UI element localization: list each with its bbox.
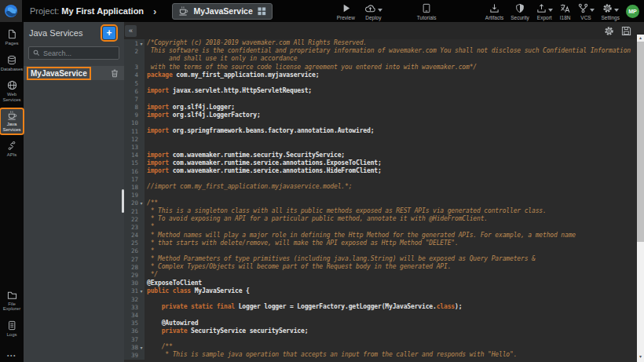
avatar[interactable]: MP [626, 5, 639, 18]
code-line[interactable]: 14import com.wavemaker.runtime.security.… [124, 152, 637, 159]
code-line[interactable]: 21 * This is a singleton class with all … [124, 207, 637, 215]
preview-button[interactable]: Preview [337, 2, 355, 20]
artifacts-button[interactable]: Artifacts [485, 2, 503, 20]
fold-toggle-icon[interactable]: ▾ [138, 345, 145, 350]
search-icon [33, 49, 40, 57]
chevron-down-icon[interactable] [590, 9, 595, 12]
chevron-down-icon[interactable] [548, 9, 553, 12]
scroll-down-icon[interactable]: ▾ [637, 352, 644, 362]
code-line[interactable]: 28 * Complex Types/Objects will become p… [124, 263, 637, 271]
code-line[interactable]: and shall use it only in accordance [124, 55, 637, 63]
fold-toggle-icon[interactable]: ▾ [138, 288, 145, 294]
code-line[interactable]: 17 [124, 175, 637, 183]
code-line[interactable]: 24 * Method names will play a major role… [124, 232, 637, 240]
code-line[interactable]: 8import org.slf4j.Logger; [124, 104, 637, 112]
code-line[interactable]: 19 [124, 192, 637, 199]
code-line[interactable]: 16import com.wavemaker.runtime.service.a… [124, 167, 637, 175]
code-line[interactable]: 1▾/*Copyright (c) 2018-2019 wavemaker.co… [124, 39, 637, 47]
line-number-gutter: 38▾ [124, 343, 145, 351]
preview-label: Preview [337, 15, 355, 20]
sidebar-item-databases[interactable]: Databases [1, 53, 23, 74]
editor-scrollbar[interactable]: ▴ ▾ [637, 35, 644, 362]
code-line[interactable]: 36 private SecurityService securityServi… [124, 327, 637, 335]
code-line[interactable]: 10 [124, 119, 637, 127]
line-number-gutter: 24 [124, 232, 145, 240]
search-input[interactable] [43, 49, 114, 57]
settings-button[interactable]: Settings [602, 2, 620, 20]
panel-scrollbar-thumb[interactable] [122, 189, 124, 213]
wavemaker-logo[interactable] [0, 0, 22, 22]
add-java-service-button[interactable]: + [103, 27, 115, 39]
tutorials-button[interactable]: Tutorials [417, 2, 437, 20]
code-line[interactable]: 3 with the terms of the source code lice… [124, 64, 637, 71]
services-grid-icon[interactable] [258, 7, 266, 16]
code-line[interactable]: 23 * [124, 223, 637, 231]
code-line[interactable]: 39 * This is sample java operation that … [124, 351, 637, 359]
security-button[interactable]: Security [510, 2, 529, 20]
cloud-upload-icon [364, 3, 376, 13]
line-number-gutter: 19 [124, 192, 145, 199]
editor-settings-button[interactable] [604, 26, 614, 36]
code-line[interactable]: 29 */ [124, 271, 637, 279]
scroll-up-icon[interactable]: ▴ [637, 35, 644, 42]
chevron-down-icon[interactable] [614, 9, 619, 12]
line-number-gutter: 31▾ [124, 287, 145, 295]
code-line[interactable]: 7 [124, 95, 637, 103]
code-line[interactable]: 6import javax.servlet.http.HttpServletRe… [124, 87, 637, 95]
line-number-gutter: 8 [124, 104, 145, 112]
collapse-panel-button[interactable]: « [125, 25, 137, 37]
code-line[interactable]: 34 [124, 311, 637, 319]
code-line[interactable]: 30@ExposeToClient [124, 280, 637, 287]
code-line[interactable]: 18//import com.my_first_application.myja… [124, 183, 637, 191]
code-line[interactable]: 33 private static final Logger logger = … [124, 303, 637, 311]
vcs-button[interactable]: VCS [578, 2, 595, 20]
code-line[interactable]: 27 * Method Parameters of type primitive… [124, 255, 637, 263]
code-line[interactable]: 37 [124, 335, 637, 343]
code-line[interactable]: 9import org.slf4j.LoggerFactory; [124, 112, 637, 119]
code-line[interactable]: 15import com.wavemaker.runtime.service.a… [124, 159, 637, 167]
tab-myjavaservice[interactable]: MyJavaService [172, 3, 272, 20]
i18n-button[interactable]: I18N [560, 2, 571, 20]
code-line[interactable]: 31▾public class MyJavaService { [124, 287, 637, 295]
gear-icon [602, 3, 613, 13]
code-line[interactable]: 26 * [124, 247, 637, 255]
project-label: Project: [30, 6, 59, 16]
deploy-button[interactable]: Deploy [364, 2, 382, 20]
code-area[interactable]: 1▾/*Copyright (c) 2018-2019 wavemaker.co… [124, 39, 637, 362]
code-line[interactable]: 38▾ /** [124, 343, 637, 351]
sidebar-item-file-explorer[interactable]: File Explorer [1, 289, 23, 313]
service-list-item[interactable]: MyJavaService [24, 66, 124, 80]
code-line[interactable]: 35 @Autowired [124, 320, 637, 327]
code-line[interactable]: 12 [124, 135, 637, 143]
code-line[interactable]: 25 * that starts with delete/remove, wil… [124, 240, 637, 247]
save-button[interactable] [621, 26, 631, 36]
sidebar-item-logs[interactable]: Logs [1, 319, 23, 339]
code-line[interactable]: 5 [124, 79, 637, 87]
folder-icon [7, 291, 17, 300]
code-line[interactable]: 2 This software is the confidential and … [124, 47, 637, 55]
code-line[interactable]: 13 [124, 143, 637, 151]
sidebar-item-java-services[interactable]: Java Services [1, 109, 23, 133]
line-number-gutter: 18 [124, 183, 145, 191]
code-line[interactable]: 4package com.my_first_application.myjava… [124, 71, 637, 79]
more-options-icon[interactable]: ••• [7, 353, 16, 358]
code-line[interactable]: 32 [124, 295, 637, 303]
line-number-gutter: 35 [124, 320, 145, 327]
sidebar-item-pages[interactable]: Pages [1, 27, 23, 48]
code-line[interactable]: 20▾/** [124, 199, 637, 207]
sidebar-item-label: Logs [6, 332, 16, 338]
code-line[interactable]: 11import org.springframework.beans.facto… [124, 127, 637, 135]
breadcrumb-chevron-icon: › [153, 5, 156, 17]
fold-toggle-icon[interactable]: ▾ [138, 200, 145, 206]
scrollbar-thumb[interactable] [637, 42, 644, 242]
sidebar-item-web-services[interactable]: Web Services [1, 79, 23, 104]
chevron-down-icon[interactable] [378, 9, 382, 12]
sidebar-item-apis[interactable]: APIs [1, 139, 23, 159]
fold-toggle-icon[interactable]: ▾ [138, 41, 145, 46]
code-line[interactable]: 22 * To avoid exposing an API for a part… [124, 215, 637, 223]
line-number-gutter: 30 [124, 280, 145, 287]
line-number-gutter: 12 [124, 135, 145, 143]
security-label: Security [510, 15, 529, 20]
export-button[interactable]: Export [536, 2, 553, 20]
delete-service-button[interactable] [111, 69, 119, 78]
